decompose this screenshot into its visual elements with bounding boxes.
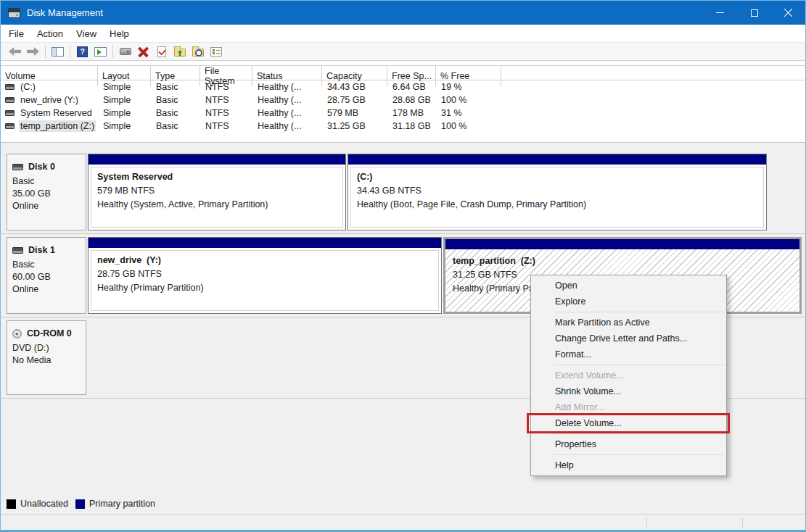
menu-help[interactable]: Help: [103, 27, 136, 41]
close-button[interactable]: [771, 1, 805, 25]
volume-row-system-reserved[interactable]: System Reserved Simple Basic NTFS Health…: [1, 107, 805, 120]
disk-name-label: Disk 0: [28, 161, 55, 173]
back-button[interactable]: [6, 43, 24, 60]
type-cell: Basic: [151, 82, 200, 92]
disk-type-label: Basic: [12, 259, 81, 271]
context-menu-open[interactable]: Open: [531, 278, 726, 294]
context-menu-delete-volume[interactable]: Delete Volume...: [531, 415, 726, 431]
close-icon: [784, 8, 793, 17]
layout-cell: Simple: [98, 82, 151, 92]
disk-0-partitions: System Reserved 579 MB NTFS Healthy (Sys…: [88, 154, 802, 230]
layout-cell: Simple: [98, 108, 151, 118]
disk-size-label: 35.00 GB: [12, 188, 81, 200]
menu-file[interactable]: File: [2, 27, 30, 41]
context-menu-mark-partition-active[interactable]: Mark Partition as Active: [531, 315, 726, 331]
type-cell: Basic: [151, 121, 200, 131]
disk-type-label: Basic: [12, 175, 81, 188]
status-cell: Healthy (...: [252, 95, 322, 105]
context-menu-properties[interactable]: Properties: [531, 436, 726, 452]
context-menu-extend-volume: Extend Volume...: [531, 367, 726, 383]
disk-drive-icon[interactable]: [8, 8, 20, 18]
menu-view[interactable]: View: [70, 27, 103, 41]
capacity-cell: 31.25 GB: [322, 121, 387, 131]
volume-icon: [5, 84, 15, 90]
partition-size: 579 MB NTFS: [97, 184, 337, 198]
volume-row-new-drive[interactable]: new_drive (Y:) Simple Basic NTFS Healthy…: [1, 93, 805, 107]
forward-button[interactable]: [24, 43, 42, 60]
context-menu-separator: [554, 433, 725, 434]
check-document-icon: [157, 46, 166, 57]
disk-1-header[interactable]: Disk 1 Basic 60.00 GB Online: [7, 237, 86, 314]
partition-title: temp_partition (Z:): [453, 254, 792, 268]
partition-title: System Reserved: [97, 170, 337, 184]
legend-unallocated: Unallocated: [7, 499, 68, 509]
file-system-cell: NTFS: [200, 108, 252, 118]
capacity-cell: 579 MB: [322, 108, 387, 118]
delete-button[interactable]: [134, 43, 152, 60]
capacity-cell: 28.75 GB: [322, 95, 387, 105]
partition-system-reserved[interactable]: System Reserved 579 MB NTFS Healthy (Sys…: [88, 154, 346, 230]
partition-title: new_drive (Y:): [97, 254, 432, 267]
folder-up-icon: [174, 49, 186, 57]
volume-icon: [5, 123, 15, 129]
primary-partition-bar: [89, 154, 345, 165]
context-menu-separator: [554, 454, 725, 455]
volume-icon: [5, 97, 15, 103]
help-button[interactable]: ?: [73, 43, 91, 60]
free-space-cell: 28.68 GB: [387, 95, 436, 105]
status-cell: Healthy (...: [252, 82, 322, 92]
maximize-button[interactable]: [737, 1, 771, 25]
forward-icon: [27, 47, 39, 56]
column-header-spacer: [501, 66, 805, 86]
free-space-cell: 31.18 GB: [387, 121, 436, 131]
context-menu-help[interactable]: Help: [531, 457, 726, 473]
disk-size-label: 60.00 GB: [12, 271, 81, 283]
show-action-pane-button[interactable]: [91, 43, 110, 60]
volume-row-temp-partition[interactable]: temp_partition (Z:) Simple Basic NTFS He…: [1, 120, 805, 133]
task-list-icon: [210, 47, 222, 57]
console-tree-icon: [52, 47, 64, 57]
menu-action[interactable]: Action: [30, 27, 70, 41]
disk-0-header[interactable]: Disk 0 Basic 35.00 GB Online: [7, 154, 86, 230]
folder-search-button[interactable]: [189, 43, 207, 60]
device-properties-button[interactable]: [116, 43, 134, 60]
view-options-button[interactable]: [207, 43, 225, 60]
file-system-cell: NTFS: [200, 95, 252, 105]
partition-context-menu: Open Explore Mark Partition as Active Ch…: [530, 275, 727, 476]
file-system-cell: NTFS: [200, 82, 252, 92]
toolbar-separator: [70, 45, 70, 58]
disk-icon: [12, 247, 23, 254]
folder-search-icon: [192, 49, 204, 57]
volume-list-panel: Volume Layout Type File System Status Ca…: [1, 61, 805, 143]
volume-icon: [5, 110, 15, 116]
cd-icon: [12, 329, 22, 338]
volume-name-cell: (C:): [1, 81, 98, 93]
disk-status-label: Online: [12, 200, 81, 212]
status-bar-divider: [646, 518, 647, 527]
delete-x-icon: [138, 46, 149, 57]
cdrom-0-header[interactable]: CD-ROM 0 DVD (D:) No Media: [7, 320, 86, 395]
toolbar-separator: [45, 45, 46, 58]
context-menu-explore[interactable]: Explore: [531, 294, 726, 309]
toolbar-separator: [112, 45, 113, 58]
status-cell: Healthy (...: [252, 121, 322, 131]
partition-c[interactable]: (C:) 34.43 GB NTFS Healthy (Boot, Page F…: [348, 154, 767, 230]
context-menu-format[interactable]: Format...: [531, 346, 726, 362]
disk-icon: [12, 164, 23, 170]
file-system-cell: NTFS: [200, 121, 252, 131]
minimize-button[interactable]: [703, 1, 737, 25]
show-console-tree-button[interactable]: [49, 43, 67, 60]
unallocated-swatch: [7, 499, 16, 509]
partition-status: Healthy (Boot, Page File, Crash Dump, Pr…: [357, 198, 757, 212]
context-menu-change-drive-letter[interactable]: Change Drive Letter and Paths...: [531, 331, 726, 346]
free-space-cell: 6.64 GB: [387, 82, 436, 92]
primary-partition-bar: [89, 238, 441, 248]
folder-up-button[interactable]: [170, 43, 189, 60]
partition-new-drive[interactable]: new_drive (Y:) 28.75 GB NTFS Healthy (Pr…: [88, 237, 442, 314]
mark-active-button[interactable]: [152, 43, 170, 60]
primary-partition-bar: [445, 239, 799, 249]
primary-partition-swatch: [75, 499, 85, 509]
context-menu-shrink-volume[interactable]: Shrink Volume...: [531, 383, 726, 399]
free-space-cell: 178 MB: [387, 108, 436, 118]
minimize-icon: [716, 12, 724, 13]
